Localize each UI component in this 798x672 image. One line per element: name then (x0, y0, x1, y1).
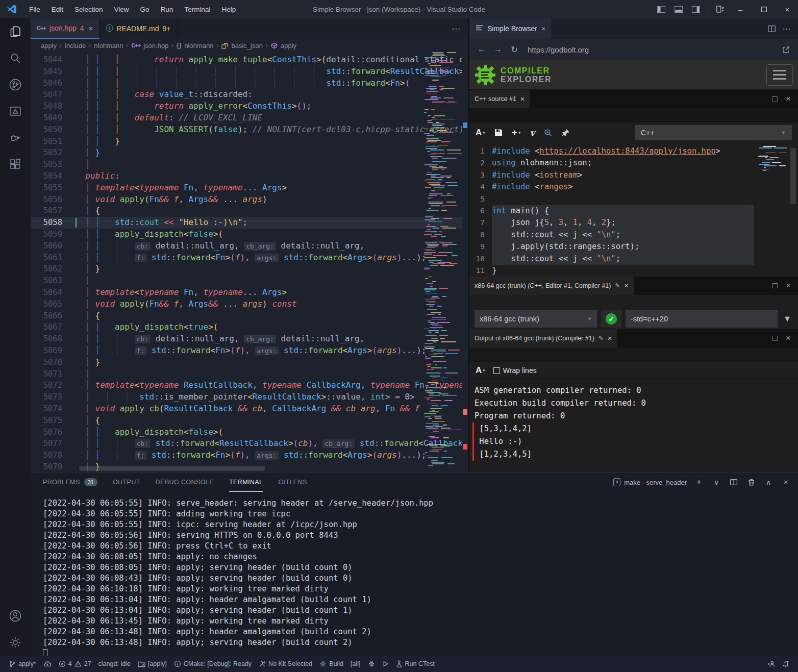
breadcrumb-item[interactable]: apply (41, 42, 57, 49)
code-line[interactable]: 5074 │ void apply_cb(ResultCallback && c… (31, 403, 468, 415)
save-icon[interactable] (494, 129, 503, 137)
godbolt-scrollbar[interactable] (790, 148, 796, 204)
code-line[interactable]: 5051 │ │ } (31, 136, 468, 147)
breadcrumb-item[interactable]: json.hpp (143, 42, 168, 49)
toggle-secondary-sidebar-icon[interactable] (688, 2, 704, 16)
tab-readme-md[interactable]: ⓘ README.md 9+ (99, 18, 177, 39)
godbolt-code-line[interactable]: 5 (469, 193, 798, 205)
godbolt-code-line[interactable]: 3#include <iostream> (469, 169, 798, 181)
font-size-icon[interactable]: A▾ (476, 365, 485, 376)
terminal-session[interactable]: > make - serve_header (613, 478, 687, 486)
status-item-debug-target[interactable] (364, 656, 379, 672)
run-debug-icon[interactable] (0, 125, 31, 151)
godbolt-code-line[interactable]: 2using nlohmann::json; (469, 157, 798, 169)
breadcrumb-item[interactable]: apply (281, 42, 296, 49)
open-external-icon[interactable] (779, 43, 793, 56)
breadcrumb-item[interactable]: basic_json (231, 42, 262, 49)
cmake-icon[interactable] (0, 98, 31, 125)
code-editor[interactable]: 5044 │ │ │ return apply_make_tuple<Const… (31, 52, 468, 472)
code-line[interactable]: 5050 │ │ │ JSON_ASSERT(false); // NOLINT… (31, 124, 468, 136)
status-item-launch-target[interactable] (379, 656, 392, 672)
menu-view[interactable]: View (109, 6, 135, 13)
status-item-project[interactable]: [apply] (134, 656, 170, 672)
terminal[interactable]: [2022-04-30 06:05:55] INFO: serve_header… (31, 492, 798, 660)
code-line[interactable]: 5046 │ │ │ │ │ │ │ │ │ │ │ │ │ std::forw… (31, 78, 468, 89)
godbolt-code-line[interactable]: 10 std::cout << j << "\n"; (469, 253, 798, 265)
code-line[interactable]: 5078 │ │ │ f: std::forward<Fn>(f), args:… (31, 450, 468, 461)
code-line[interactable]: 5070 │ } (31, 357, 468, 368)
breadcrumb-item[interactable]: nlohmann (94, 42, 123, 49)
code-line[interactable]: 5057 │ { (31, 205, 468, 217)
close-tab-icon[interactable]: × (541, 24, 545, 33)
status-item-remote[interactable] (764, 660, 779, 668)
tab-json-hpp[interactable]: C++ json.hpp 4 × (31, 18, 99, 39)
add-pane-icon[interactable]: +▾ (512, 127, 521, 138)
menu-run[interactable]: Run (155, 6, 179, 13)
tab-terminal[interactable]: TERMINAL (229, 472, 263, 492)
godbolt-code-line[interactable]: 8 std::cout << j << "\n"; (469, 229, 798, 241)
code-line[interactable]: 5063 │ (31, 275, 468, 287)
status-item-git-branch[interactable]: apply* (5, 656, 40, 672)
code-line[interactable]: 5072 │ template<typename ResultCallback,… (31, 380, 468, 391)
code-line[interactable]: 5067 │ │ apply_dispatch<true>( (31, 321, 468, 333)
code-line[interactable]: 5049 │ │ │ default: // LCOV_EXCL_LINE (31, 112, 468, 124)
vim-mode-icon[interactable]: v (530, 128, 535, 138)
maximize-panel-icon[interactable]: ∧ (763, 478, 774, 486)
close-icon[interactable]: × (608, 334, 612, 342)
options-dropdown-icon[interactable]: ▼ (782, 310, 793, 328)
code-line[interactable]: 5044 │ │ │ return apply_make_tuple<Const… (31, 54, 468, 66)
status-item-publish[interactable] (40, 656, 55, 672)
code-line[interactable]: 5060 │ │ │ cb: detail::null_arg, cb_arg:… (31, 240, 468, 252)
godbolt-code-line[interactable]: 4#include <ranges> (469, 181, 798, 193)
code-line[interactable]: 5047 │ │ │ case value_t::discarded: (31, 89, 468, 101)
compiler-select[interactable]: x86-64 gcc (trunk)▼ (475, 310, 597, 328)
code-line[interactable]: 5068 │ │ │ cb: detail::null_arg, cb_arg:… (31, 333, 468, 345)
wrap-lines-checkbox[interactable]: Wrap lines (493, 366, 537, 375)
code-line[interactable]: 5058 │ │ std::cout << "Hello :-)\n"; (31, 217, 468, 229)
code-line[interactable]: 5076 │ │ apply_dispatch<false>( (31, 427, 468, 438)
extensions-icon[interactable] (0, 151, 31, 178)
status-item-ctest[interactable]: Run CTest (392, 656, 438, 672)
accounts-icon[interactable] (0, 603, 31, 629)
minimize-button[interactable]: – (730, 0, 751, 18)
tab-output[interactable]: OUTPUT (113, 472, 140, 492)
maximize-pane-icon[interactable]: □ (772, 94, 778, 104)
code-line[interactable]: 5065 │ void apply(Fn&& f, Args&& ... arg… (31, 298, 468, 310)
godbolt-code-line[interactable]: 1#include <https://localhost:8443/apply/… (469, 145, 798, 157)
menu-help[interactable]: Help (216, 6, 241, 13)
tab-gitlens[interactable]: GITLENS (278, 472, 307, 492)
source-tab[interactable]: C++ source #1 × (469, 90, 530, 108)
code-line[interactable]: 5071 │ (31, 368, 468, 380)
code-line[interactable]: 5061 │ │ │ f: std::forward<Fn>(f), args:… (31, 252, 468, 264)
output-tab[interactable]: Output of x86-64 gcc (trunk) (Compiler #… (469, 329, 617, 347)
close-panel-icon[interactable]: × (781, 478, 791, 486)
code-line[interactable]: 5056 │ void apply(Fn&& f, Args&& ... arg… (31, 194, 468, 206)
split-terminal-icon[interactable] (729, 479, 739, 485)
godbolt-code-line[interactable]: 6int main() { (469, 205, 798, 217)
forward-icon[interactable]: → (491, 43, 505, 56)
hamburger-menu-icon[interactable] (766, 64, 793, 86)
menu-file[interactable]: File (23, 6, 46, 13)
status-item-problems[interactable]: 427 (55, 656, 95, 672)
code-line[interactable]: 5073 │ │ │ std::is_member_pointer<Result… (31, 391, 468, 403)
godbolt-code-line[interactable]: 7 json j{5, 3, 1, 4, 2}; (469, 217, 798, 229)
reload-icon[interactable]: ↻ (507, 43, 521, 56)
menu-terminal[interactable]: Terminal (179, 6, 216, 13)
zoom-search-icon[interactable] (544, 129, 553, 137)
status-item-build[interactable]: Build (316, 656, 347, 672)
minimap[interactable] (424, 52, 462, 465)
new-terminal-icon[interactable]: + (694, 477, 704, 487)
breadcrumb-item[interactable]: include (65, 42, 86, 49)
code-line[interactable]: 5066 │ { (31, 310, 468, 322)
code-line[interactable]: 5069 │ │ │ f: std::forward<Fn>(f), args:… (31, 345, 468, 357)
close-pane-icon[interactable]: × (786, 94, 791, 104)
tab-debug-console[interactable]: DEBUG CONSOLE (156, 472, 214, 492)
toggle-panel-icon[interactable] (671, 2, 686, 16)
maximize-pane-icon[interactable]: □ (772, 281, 778, 291)
editor-actions-more-icon[interactable]: ⋯ (444, 23, 468, 34)
status-item-clangd[interactable]: clangd: idle (95, 656, 134, 672)
maximize-pane-icon[interactable]: □ (772, 333, 778, 343)
tab-problems[interactable]: PROBLEMS31 (43, 472, 97, 492)
horizontal-scrollbar[interactable] (79, 466, 265, 471)
url-field[interactable]: https://godbolt.org (523, 45, 777, 54)
